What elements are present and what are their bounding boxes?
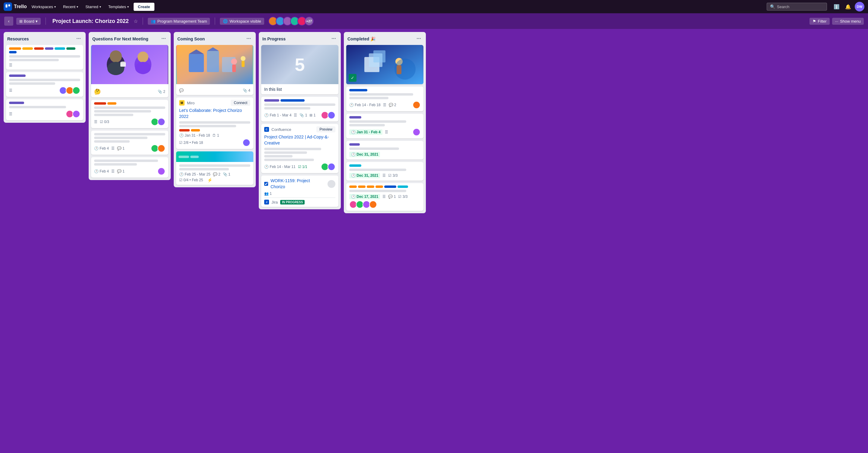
nav-recent[interactable]: Recent ▾ xyxy=(61,3,81,10)
card-c1[interactable]: ✓ xyxy=(346,45,424,84)
tasks: ⊞ 1 xyxy=(309,113,315,117)
card-q1[interactable]: 🤔 📎 2 xyxy=(91,45,168,97)
card-r1[interactable]: ☰ xyxy=(6,45,83,70)
show-menu-button[interactable]: ··· Show menu xyxy=(832,18,864,25)
view-label: Board xyxy=(24,19,34,24)
label xyxy=(384,185,396,188)
info-button[interactable]: ℹ️ xyxy=(832,2,841,11)
svg-point-10 xyxy=(120,62,126,63)
card-ip1[interactable]: 5 In this list xyxy=(261,45,338,94)
checkbox[interactable] xyxy=(264,182,268,186)
board-view-selector[interactable]: ⊞ Board ▾ xyxy=(16,18,41,25)
subtask: ☑ 2/8 • Feb 18 xyxy=(179,141,203,145)
date-green: 🕐 Jan 31 - Feb 4 xyxy=(349,129,382,135)
card-r3[interactable]: ☰ xyxy=(6,99,83,120)
nav-workspaces[interactable]: Workspaces ▾ xyxy=(29,3,58,10)
workspace-icon: 🌐 xyxy=(223,19,228,24)
desc-line xyxy=(94,133,165,135)
preview-button[interactable]: Preview xyxy=(316,126,335,132)
more-members[interactable]: +27 xyxy=(305,17,314,26)
checklist: ☑ 1/1 xyxy=(298,165,307,169)
desc-line xyxy=(264,155,292,157)
jira-status: IN PROGRESS xyxy=(280,200,305,205)
star-button[interactable]: ☆ xyxy=(134,19,138,24)
card-ip2[interactable]: 🕐 Feb 1 - Mar 4 ☰ 📎 1 ⊞ 1 xyxy=(261,97,338,122)
card-avatar xyxy=(243,139,250,147)
label xyxy=(179,129,190,131)
checklist: ☑ 3/3 xyxy=(398,194,407,199)
nav-starred[interactable]: Starred ▾ xyxy=(83,3,103,10)
card-c4[interactable]: 🕐 Dec 31, 2021 xyxy=(346,141,424,159)
svg-rect-2 xyxy=(92,45,168,84)
label xyxy=(280,99,305,102)
card-c5[interactable]: 🕐 Dec 31, 2021 ☰ ☑ 3/3 xyxy=(346,162,424,181)
card-ip3[interactable]: C Confluence Preview Project Chorizo 202… xyxy=(261,124,338,173)
attachments: 📎 1 xyxy=(223,172,230,176)
jira-label: Jira xyxy=(272,200,278,205)
column-menu-button[interactable]: ··· xyxy=(245,35,252,42)
header-divider-3 xyxy=(215,18,215,25)
column-header-in-progress: In Progress ··· xyxy=(259,32,341,45)
column-menu-button[interactable]: ··· xyxy=(330,35,337,42)
power-up-icon: ⚡ xyxy=(207,178,212,182)
card-c6[interactable]: 🕐 Dec 17, 2021 ☰ 💬 1 ☑ 3/3 xyxy=(346,183,424,211)
card-r2[interactable]: ☰ xyxy=(6,72,83,97)
card-cs2[interactable]: M Miro Connect Let's Collaborate: Projec… xyxy=(176,97,253,149)
attachments: 📎 4 xyxy=(243,88,250,93)
desc-line xyxy=(349,124,385,126)
card-q3[interactable]: 🕐 Feb 4 ☰ 💬 1 xyxy=(91,130,168,155)
desc-line xyxy=(9,79,80,81)
desc-line xyxy=(94,110,151,113)
column-title: Questions For Next Meeting xyxy=(92,36,148,41)
card-avatar xyxy=(328,111,335,119)
svg-rect-0 xyxy=(6,4,7,8)
card-q4[interactable]: 🕐 Feb 4 ☰ 💬 1 xyxy=(91,157,168,178)
board-icon: ⊞ xyxy=(19,19,23,24)
label xyxy=(349,116,361,119)
logo[interactable]: Trello xyxy=(4,2,27,11)
label xyxy=(22,47,33,50)
column-menu-button[interactable]: ··· xyxy=(415,35,422,42)
card-c3[interactable]: 🕐 Jan 31 - Feb 4 ☰ xyxy=(346,114,424,139)
card-avatar xyxy=(157,118,165,126)
label xyxy=(34,47,44,50)
card-c2[interactable]: 🕐 Feb 14 - Feb 18 ☰ 💬 2 xyxy=(346,87,424,111)
search-input[interactable] xyxy=(777,4,819,9)
column-header-coming-soon: Coming Soon ··· xyxy=(174,32,256,45)
card-title: WORK-1159: Project Chorizo xyxy=(271,178,325,190)
column-menu-button[interactable]: ··· xyxy=(160,35,167,42)
filter-button[interactable]: ⚑ Filter xyxy=(809,18,830,25)
assignee-avatar xyxy=(328,180,335,188)
column-header-completed: Completed 🎉 ··· xyxy=(344,32,426,45)
create-button[interactable]: Create xyxy=(134,3,154,11)
user-avatar[interactable]: DW xyxy=(855,2,864,11)
attachments: 📎 1 xyxy=(300,113,307,117)
nav-templates[interactable]: Templates ▾ xyxy=(106,3,131,10)
card-ip4[interactable]: WORK-1159: Project Chorizo 👥 1 J Jira IN… xyxy=(261,176,338,207)
desc-line xyxy=(264,107,310,110)
card-cs3[interactable]: 🕐 Feb 25 - Mar 25 💬 2 📎 1 ☑ 0/4 • Feb 25… xyxy=(176,151,253,185)
desc-line xyxy=(179,164,250,167)
attachments: 📎 2 xyxy=(158,90,165,94)
card-avatar xyxy=(412,101,421,109)
notifications-button[interactable]: 🔔 xyxy=(843,2,853,11)
label xyxy=(9,74,26,77)
team-button[interactable]: 👥 Program Management Team xyxy=(148,18,210,25)
card-q2[interactable]: ☰ ☑ 0/3 xyxy=(91,100,168,128)
connect-button[interactable]: Connect xyxy=(231,100,250,106)
comments: 💬 1 xyxy=(388,194,396,199)
checklist: ☑ 0/3 xyxy=(100,120,109,124)
column-completed: Completed 🎉 ··· xyxy=(344,32,426,213)
card-cs1[interactable]: 💬 📎 4 xyxy=(176,45,253,95)
desc-line xyxy=(349,169,406,171)
label xyxy=(94,102,106,104)
column-menu-button[interactable]: ··· xyxy=(75,35,82,42)
back-button[interactable]: ‹ xyxy=(4,17,13,26)
comments: 💬 2 xyxy=(213,172,220,176)
miro-label: Miro xyxy=(187,101,194,105)
workspace-visible-button[interactable]: 🌐 Workspace visible xyxy=(220,18,264,25)
label xyxy=(349,89,367,91)
card-title: Let's Collaborate: Project Chorizo 2022 xyxy=(179,108,250,119)
label xyxy=(264,99,279,102)
search-bar[interactable]: 🔍 xyxy=(767,3,827,10)
